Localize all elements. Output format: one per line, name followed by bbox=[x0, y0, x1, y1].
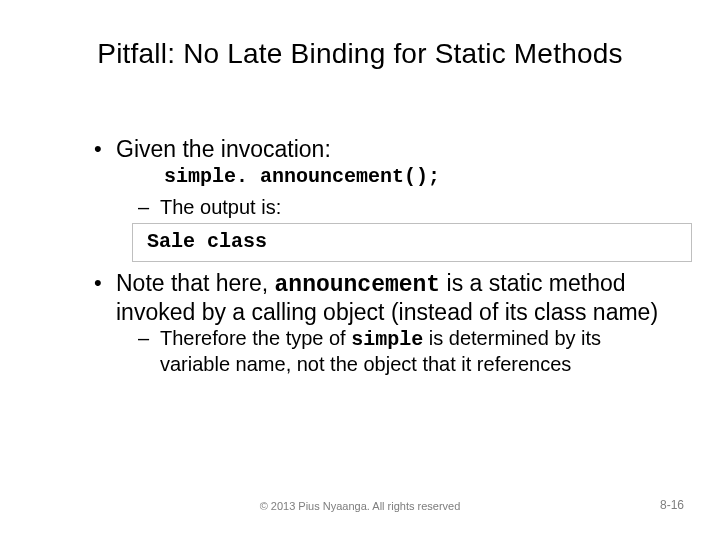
slide-body: Given the invocation: simple. announceme… bbox=[90, 136, 660, 383]
bullet-1-sub-1-text: The output is: bbox=[160, 196, 281, 218]
invocation-code: simple. announcement(); bbox=[164, 165, 660, 189]
announcement-code-inline: announcement bbox=[275, 272, 441, 298]
bullet-1-text: Given the invocation: bbox=[116, 136, 331, 162]
bullet-1-sublist: The output is: Sale class bbox=[116, 195, 660, 262]
bullet-list: Given the invocation: simple. announceme… bbox=[90, 136, 660, 377]
slide: Pitfall: No Late Binding for Static Meth… bbox=[0, 0, 720, 540]
bullet-2-sub-1-pre: Therefore the type of bbox=[160, 327, 351, 349]
bullet-2-sub-1: Therefore the type of simple is determin… bbox=[138, 326, 660, 377]
bullet-1: Given the invocation: simple. announceme… bbox=[90, 136, 660, 262]
bullet-2: Note that here, announcement is a static… bbox=[90, 270, 660, 377]
footer-page-number: 8-16 bbox=[660, 498, 684, 512]
footer-copyright: © 2013 Pius Nyaanga. All rights reserved bbox=[0, 500, 720, 512]
slide-title: Pitfall: No Late Binding for Static Meth… bbox=[0, 38, 720, 70]
simple-code-inline: simple bbox=[351, 328, 423, 351]
bullet-1-sub-1: The output is: Sale class bbox=[138, 195, 660, 262]
bullet-2-sublist: Therefore the type of simple is determin… bbox=[116, 326, 660, 377]
bullet-2-pre: Note that here, bbox=[116, 270, 275, 296]
output-box: Sale class bbox=[132, 223, 692, 261]
